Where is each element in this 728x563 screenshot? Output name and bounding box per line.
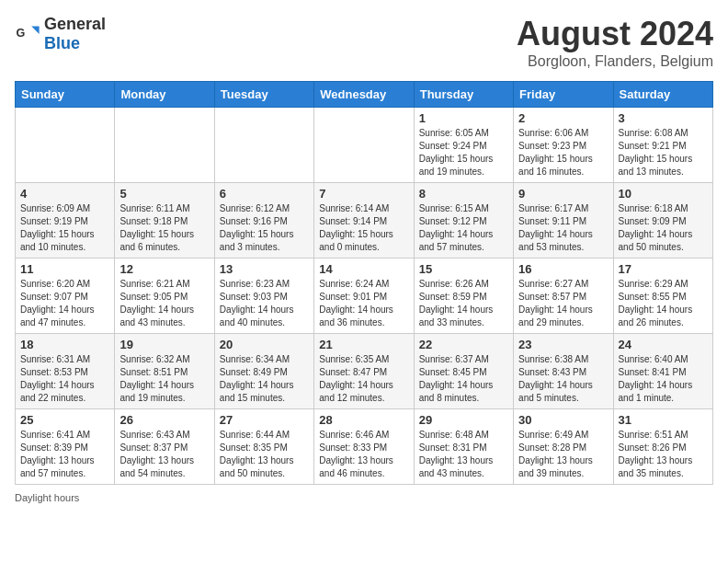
day-number: 13 [220, 262, 309, 276]
calendar-row: 1Sunrise: 6:05 AM Sunset: 9:24 PM Daylig… [16, 108, 713, 183]
day-number: 31 [619, 413, 708, 427]
logo-icon: G [15, 21, 40, 47]
header-row: SundayMondayTuesdayWednesdayThursdayFrid… [16, 82, 713, 108]
day-info: Sunrise: 6:17 AM Sunset: 9:11 PM Dayligh… [518, 202, 608, 254]
day-number: 12 [119, 262, 209, 276]
calendar-cell: 15Sunrise: 6:26 AM Sunset: 8:59 PM Dayli… [414, 259, 513, 334]
calendar-cell: 11Sunrise: 6:20 AM Sunset: 9:07 PM Dayli… [16, 259, 115, 334]
day-info: Sunrise: 6:26 AM Sunset: 8:59 PM Dayligh… [419, 278, 508, 329]
day-number: 5 [119, 187, 209, 201]
calendar-cell: 23Sunrise: 6:38 AM Sunset: 8:43 PM Dayli… [514, 334, 613, 409]
calendar-cell: 31Sunrise: 6:51 AM Sunset: 8:26 PM Dayli… [613, 409, 712, 485]
calendar-row: 25Sunrise: 6:41 AM Sunset: 8:39 PM Dayli… [16, 409, 713, 485]
day-number: 18 [20, 338, 109, 351]
day-number: 19 [119, 338, 209, 351]
calendar-cell: 24Sunrise: 6:40 AM Sunset: 8:41 PM Dayli… [613, 334, 712, 409]
day-info: Sunrise: 6:32 AM Sunset: 8:51 PM Dayligh… [119, 353, 209, 405]
month-title: August 2024 [517, 15, 713, 53]
calendar-cell [214, 108, 313, 183]
svg-text:G: G [16, 27, 25, 40]
svg-marker-1 [31, 27, 39, 34]
day-number: 14 [319, 262, 408, 276]
title-section: August 2024 Borgloon, Flanders, Belgium [517, 15, 713, 70]
calendar-cell: 7Sunrise: 6:14 AM Sunset: 9:14 PM Daylig… [314, 183, 414, 259]
logo-wordmark: General Blue [44, 15, 106, 53]
day-info: Sunrise: 6:14 AM Sunset: 9:14 PM Dayligh… [319, 202, 408, 254]
header-day: Tuesday [214, 82, 313, 108]
header-day: Thursday [414, 82, 513, 108]
day-info: Sunrise: 6:18 AM Sunset: 9:09 PM Dayligh… [619, 202, 708, 254]
calendar-cell [115, 108, 214, 183]
day-info: Sunrise: 6:23 AM Sunset: 9:03 PM Dayligh… [220, 278, 309, 329]
calendar-cell: 5Sunrise: 6:11 AM Sunset: 9:18 PM Daylig… [115, 183, 214, 259]
day-info: Sunrise: 6:09 AM Sunset: 9:19 PM Dayligh… [20, 202, 109, 254]
calendar-cell [16, 108, 115, 183]
calendar-cell: 3Sunrise: 6:08 AM Sunset: 9:21 PM Daylig… [613, 108, 712, 183]
calendar-body: 1Sunrise: 6:05 AM Sunset: 9:24 PM Daylig… [16, 108, 713, 485]
calendar-cell: 17Sunrise: 6:29 AM Sunset: 8:55 PM Dayli… [613, 259, 712, 334]
day-info: Sunrise: 6:31 AM Sunset: 8:53 PM Dayligh… [20, 353, 109, 405]
day-number: 23 [518, 338, 608, 351]
calendar-cell: 8Sunrise: 6:15 AM Sunset: 9:12 PM Daylig… [414, 183, 513, 259]
day-number: 22 [419, 338, 508, 351]
day-info: Sunrise: 6:15 AM Sunset: 9:12 PM Dayligh… [419, 202, 508, 254]
day-info: Sunrise: 6:27 AM Sunset: 8:57 PM Dayligh… [518, 278, 608, 329]
day-info: Sunrise: 6:46 AM Sunset: 8:33 PM Dayligh… [319, 429, 408, 480]
day-number: 21 [319, 338, 408, 351]
calendar-cell: 26Sunrise: 6:43 AM Sunset: 8:37 PM Dayli… [115, 409, 214, 485]
day-info: Sunrise: 6:43 AM Sunset: 8:37 PM Dayligh… [119, 429, 209, 480]
day-info: Sunrise: 6:37 AM Sunset: 8:45 PM Dayligh… [419, 353, 508, 405]
calendar-cell: 19Sunrise: 6:32 AM Sunset: 8:51 PM Dayli… [115, 334, 214, 409]
day-number: 26 [119, 413, 209, 427]
calendar-cell: 2Sunrise: 6:06 AM Sunset: 9:23 PM Daylig… [514, 108, 613, 183]
day-number: 4 [20, 187, 109, 201]
logo-general: General [44, 15, 106, 33]
calendar-cell: 4Sunrise: 6:09 AM Sunset: 9:19 PM Daylig… [16, 183, 115, 259]
header-day: Wednesday [314, 82, 414, 108]
calendar-cell: 28Sunrise: 6:46 AM Sunset: 8:33 PM Dayli… [314, 409, 414, 485]
calendar-cell: 13Sunrise: 6:23 AM Sunset: 9:03 PM Dayli… [214, 259, 313, 334]
location-text: Borgloon, Flanders, Belgium [517, 53, 713, 70]
header-day: Monday [115, 82, 214, 108]
header-day: Sunday [16, 82, 115, 108]
calendar-header: SundayMondayTuesdayWednesdayThursdayFrid… [16, 82, 713, 108]
day-info: Sunrise: 6:34 AM Sunset: 8:49 PM Dayligh… [220, 353, 309, 405]
logo: G General Blue [15, 15, 106, 53]
calendar-row: 4Sunrise: 6:09 AM Sunset: 9:19 PM Daylig… [16, 183, 713, 259]
day-number: 17 [619, 262, 708, 276]
day-info: Sunrise: 6:49 AM Sunset: 8:28 PM Dayligh… [518, 429, 608, 480]
day-number: 6 [220, 187, 309, 201]
calendar-cell [314, 108, 414, 183]
day-number: 24 [619, 338, 708, 351]
day-number: 10 [619, 187, 708, 201]
calendar-cell: 20Sunrise: 6:34 AM Sunset: 8:49 PM Dayli… [214, 334, 313, 409]
day-number: 3 [619, 111, 708, 125]
day-number: 30 [518, 413, 608, 427]
day-info: Sunrise: 6:44 AM Sunset: 8:35 PM Dayligh… [220, 429, 309, 480]
day-number: 7 [319, 187, 408, 201]
calendar-cell: 29Sunrise: 6:48 AM Sunset: 8:31 PM Dayli… [414, 409, 513, 485]
calendar-cell: 16Sunrise: 6:27 AM Sunset: 8:57 PM Dayli… [514, 259, 613, 334]
day-number: 27 [220, 413, 309, 427]
day-info: Sunrise: 6:51 AM Sunset: 8:26 PM Dayligh… [619, 429, 708, 480]
day-info: Sunrise: 6:05 AM Sunset: 9:24 PM Dayligh… [419, 127, 508, 178]
calendar-cell: 27Sunrise: 6:44 AM Sunset: 8:35 PM Dayli… [214, 409, 313, 485]
day-number: 9 [518, 187, 608, 201]
day-number: 8 [419, 187, 508, 201]
day-info: Sunrise: 6:20 AM Sunset: 9:07 PM Dayligh… [20, 278, 109, 329]
day-info: Sunrise: 6:40 AM Sunset: 8:41 PM Dayligh… [619, 353, 708, 405]
calendar-cell: 18Sunrise: 6:31 AM Sunset: 8:53 PM Dayli… [16, 334, 115, 409]
header-day: Friday [514, 82, 613, 108]
calendar-cell: 21Sunrise: 6:35 AM Sunset: 8:47 PM Dayli… [314, 334, 414, 409]
day-number: 29 [419, 413, 508, 427]
calendar-row: 18Sunrise: 6:31 AM Sunset: 8:53 PM Dayli… [16, 334, 713, 409]
day-number: 15 [419, 262, 508, 276]
day-number: 2 [518, 111, 608, 125]
day-info: Sunrise: 6:21 AM Sunset: 9:05 PM Dayligh… [119, 278, 209, 329]
page-header: G General Blue August 2024 Borgloon, Fla… [15, 15, 713, 70]
day-number: 16 [518, 262, 608, 276]
header-day: Saturday [613, 82, 712, 108]
calendar-cell: 25Sunrise: 6:41 AM Sunset: 8:39 PM Dayli… [16, 409, 115, 485]
calendar-cell: 30Sunrise: 6:49 AM Sunset: 8:28 PM Dayli… [514, 409, 613, 485]
day-info: Sunrise: 6:24 AM Sunset: 9:01 PM Dayligh… [319, 278, 408, 329]
